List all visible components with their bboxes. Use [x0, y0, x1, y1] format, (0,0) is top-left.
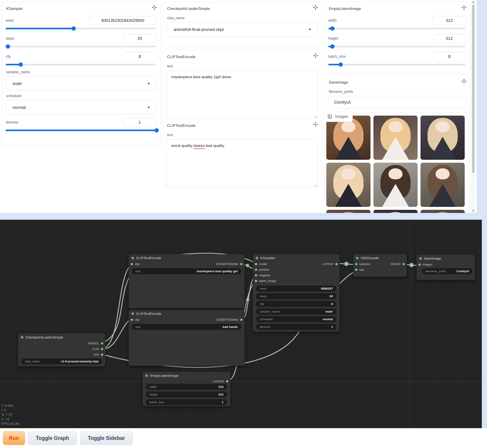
node-widget-height[interactable]: height512	[146, 392, 227, 398]
input-slot-icon[interactable]	[255, 274, 257, 277]
height-slider[interactable]	[328, 43, 466, 49]
toggle-graph-button[interactable]: Toggle Graph	[28, 431, 77, 445]
collapse-dot-icon[interactable]	[419, 257, 422, 260]
graph-node-vaedecode[interactable]: VAEDecode samples IMAGE vae	[353, 254, 407, 277]
move-icon[interactable]	[461, 5, 467, 10]
output-slot-icon[interactable]	[101, 354, 103, 356]
output-slot-icon[interactable]	[240, 263, 242, 265]
collapse-dot-icon[interactable]	[255, 257, 258, 259]
output-slot-icon[interactable]	[101, 348, 103, 350]
resize-handle-icon[interactable]	[314, 115, 316, 118]
node-widget-batch-size[interactable]: batch_size1	[146, 399, 227, 405]
toggle-sidebar-button[interactable]: Toggle Sidebar	[80, 431, 133, 445]
collapse-dot-icon[interactable]	[145, 374, 148, 377]
slider-thumb[interactable]	[72, 26, 76, 31]
input-slot-icon[interactable]	[255, 269, 257, 271]
graph-node-empty-latent[interactable]: EmptyLatentImage LATENT width512 height5…	[143, 372, 230, 406]
input-slot-icon[interactable]	[355, 263, 357, 265]
output-slot-icon[interactable]	[101, 342, 103, 344]
positive-prompt-textarea[interactable]: masterpiece best quality 1girl dress	[167, 71, 318, 119]
graph-node-ksampler[interactable]: KSampler model LATENT positive negative …	[253, 254, 340, 332]
cfg-input[interactable]: 8	[123, 52, 157, 61]
height-input[interactable]: 512	[432, 34, 466, 43]
slider-thumb[interactable]	[330, 44, 335, 49]
batch-size-slider[interactable]	[328, 62, 466, 67]
steps-input[interactable]: 20	[123, 34, 157, 43]
slider-thumb[interactable]	[6, 44, 10, 49]
collapse-dot-icon[interactable]	[131, 257, 134, 259]
generated-image[interactable]	[421, 210, 465, 213]
input-slot-icon[interactable]	[355, 269, 357, 271]
node-widget-scheduler[interactable]: schedulernormal	[256, 316, 336, 322]
sampler-name-select[interactable]: euler	[6, 76, 157, 91]
generated-image[interactable]	[326, 116, 370, 160]
seed-input[interactable]: 8301352301843429000	[89, 16, 157, 25]
negative-prompt-textarea[interactable]: worst quality lowres bad quality	[167, 139, 318, 188]
generated-image[interactable]	[421, 163, 465, 207]
node-widget-denoise[interactable]: denoise1	[256, 324, 336, 330]
node-widget-width[interactable]: width512	[146, 384, 227, 390]
scheduler-select[interactable]: normal	[6, 100, 157, 115]
width-slider[interactable]	[328, 25, 466, 31]
generated-image[interactable]	[373, 116, 418, 160]
node-widget-steps[interactable]: steps20	[256, 293, 336, 299]
input-slot-icon[interactable]	[131, 319, 133, 321]
output-slot-icon[interactable]	[402, 263, 405, 265]
scrollbar-thumb[interactable]	[472, 5, 475, 173]
run-button[interactable]: Run	[3, 431, 25, 445]
node-title-bar[interactable]: EmptyLatentImage	[143, 372, 230, 379]
move-icon[interactable]	[461, 78, 467, 84]
resize-handle-icon[interactable]	[314, 184, 316, 187]
input-slot-icon[interactable]	[255, 263, 257, 265]
slider-thumb[interactable]	[19, 62, 23, 67]
input-slot-icon[interactable]	[255, 280, 257, 282]
batch-size-input[interactable]: 8	[432, 52, 466, 61]
generated-image[interactable]	[326, 210, 370, 213]
node-title-bar[interactable]: SaveImage	[416, 255, 475, 262]
graph-node-clip-positive[interactable]: CLIPTextEncode clip CONDITIONING text ma…	[129, 254, 245, 308]
node-title-bar[interactable]: CLIPTextEncode	[129, 254, 245, 261]
generated-image[interactable]	[421, 116, 465, 160]
generated-image[interactable]	[373, 210, 418, 213]
collapse-dot-icon[interactable]	[356, 257, 359, 259]
slider-thumb[interactable]	[155, 128, 159, 133]
slider-thumb[interactable]	[330, 26, 335, 31]
node-widget-text[interactable]: text masterpiece best quality girl	[132, 268, 241, 274]
cfg-slider[interactable]	[6, 62, 157, 67]
node-widget-seed[interactable]: seed8566257	[256, 286, 336, 292]
panel-scrollbar[interactable]	[471, 0, 475, 213]
node-title-bar[interactable]: CLIPTextEncode	[129, 310, 245, 317]
node-widget-cfg[interactable]: cfg8	[256, 301, 336, 307]
denoise-input[interactable]: 1	[123, 118, 157, 127]
node-title-bar[interactable]: CheckpointLoaderSimple	[18, 334, 105, 341]
graph-node-saveimage[interactable]: SaveImage images filename_prefix ComfyUI	[416, 255, 475, 280]
move-icon[interactable]	[313, 53, 318, 58]
scroll-down-arrow-icon[interactable]	[472, 210, 474, 212]
input-slot-icon[interactable]	[418, 264, 421, 266]
filename-prefix-input[interactable]: ComfyUI	[328, 96, 466, 109]
move-icon[interactable]	[313, 122, 318, 127]
node-widget-ckpt-name[interactable]: ckpt_name v1-5-pruned-emaonly.ckpt	[21, 358, 102, 364]
generated-image[interactable]	[373, 163, 418, 207]
collapse-dot-icon[interactable]	[131, 312, 134, 315]
output-slot-icon[interactable]	[335, 263, 338, 265]
denoise-slider[interactable]	[6, 127, 157, 133]
collapse-dot-icon[interactable]	[21, 336, 24, 339]
input-slot-icon[interactable]	[131, 263, 133, 265]
node-title-bar[interactable]: KSampler	[253, 254, 340, 261]
move-icon[interactable]	[313, 5, 318, 10]
steps-slider[interactable]	[6, 43, 157, 49]
generated-image[interactable]	[326, 163, 370, 207]
output-slot-icon[interactable]	[240, 319, 242, 321]
ckpt-name-select[interactable]: animefull-final-pruned.ckpt	[167, 22, 318, 37]
node-widget-filename-prefix[interactable]: filename_prefix ComfyUI	[422, 268, 473, 274]
node-title-bar[interactable]: VAEDecode	[353, 254, 407, 261]
graph-node-checkpoint-loader[interactable]: CheckpointLoaderSimple MODEL CLIP VAE ck…	[18, 334, 105, 366]
graph-node-clip-negative[interactable]: CLIPTextEncode clip CONDITIONING text ba…	[129, 310, 245, 366]
slider-thumb[interactable]	[339, 62, 343, 67]
seed-slider[interactable]	[6, 25, 157, 31]
node-widget-sampler-name[interactable]: sampler_nameeuler	[256, 309, 336, 315]
node-graph-canvas[interactable]: CLIPTextEncode clip CONDITIONING text ma…	[0, 220, 482, 428]
scroll-up-arrow-icon[interactable]	[472, 1, 474, 3]
output-slot-icon[interactable]	[226, 380, 228, 382]
